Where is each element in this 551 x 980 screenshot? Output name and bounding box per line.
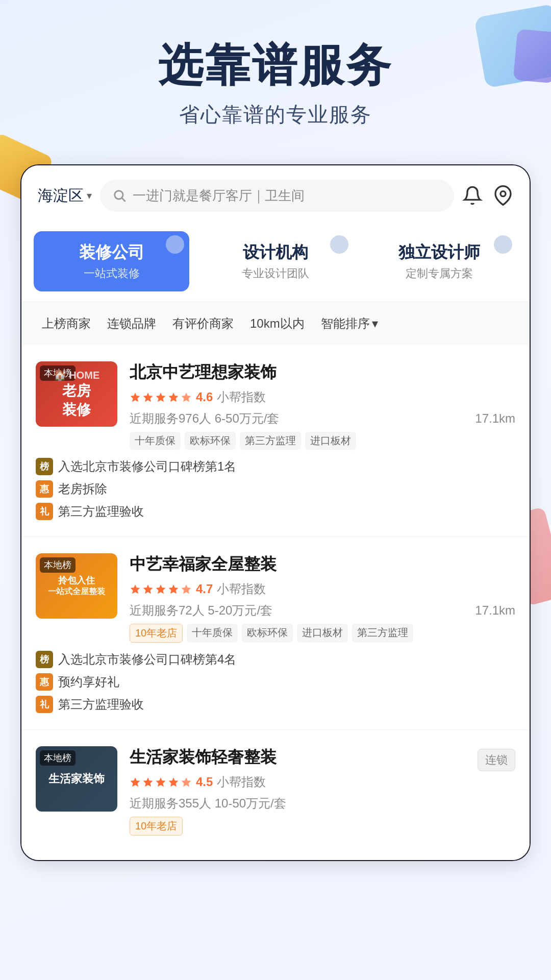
distance-2: 17.1km <box>475 603 515 618</box>
tab-designer[interactable]: 独立设计师 定制专属方案 <box>362 231 517 291</box>
hui-badge-icon: 惠 <box>36 673 53 691</box>
rating-num-3: 4.5 <box>196 775 213 789</box>
distance-1: 17.1km <box>475 411 515 426</box>
chevron-down-icon: ▾ <box>87 189 92 202</box>
thumb-badge-3: 本地榜 <box>40 750 76 766</box>
item-thumb-3: 本地榜 生活家装饰 <box>36 746 117 812</box>
rating-num-2: 4.7 <box>196 582 213 596</box>
badge-row: 礼 第三方监理验收 <box>36 503 515 520</box>
tags-row-1: 十年质保 欧标环保 第三方监理 进口板材 <box>130 432 515 450</box>
li-badge-icon: 礼 <box>36 503 53 520</box>
svg-marker-6 <box>169 393 179 402</box>
tab-avatar-3 <box>494 235 512 254</box>
svg-marker-14 <box>143 777 153 787</box>
tag: 10年老店 <box>130 624 183 643</box>
rating-label-3: 小帮指数 <box>217 774 266 790</box>
rating-label-2: 小帮指数 <box>217 581 266 597</box>
tag: 进口板材 <box>297 624 348 643</box>
filter-rated[interactable]: 有评价商家 <box>164 311 242 336</box>
filter-top-merchants[interactable]: 上榜商家 <box>34 311 99 336</box>
header-icons <box>462 185 513 206</box>
hui-badge-text: 老房拆除 <box>58 481 107 497</box>
filter-chain-brand[interactable]: 连锁品牌 <box>99 311 164 336</box>
svg-marker-17 <box>182 777 191 787</box>
search-placeholder: 一进门就是餐厅客厅｜卫生间 <box>133 187 442 205</box>
item-top-3: 本地榜 生活家装饰 生活家装饰轻奢整装 连锁 <box>36 746 515 836</box>
badge-row: 礼 第三方监理验收 <box>36 696 515 713</box>
svg-marker-15 <box>156 777 166 787</box>
item-name-1: 北京中艺理想家装饰 <box>130 361 515 384</box>
tag: 进口板材 <box>305 432 356 450</box>
rank-badge-text: 入选北京市装修公司口碑榜第4名 <box>58 651 236 668</box>
tag: 第三方监理 <box>352 624 413 643</box>
tag: 十年质保 <box>130 432 181 450</box>
badges-section-2: 榜 入选北京市装修公司口碑榜第4名 惠 预约享好礼 礼 第三方监理验收 <box>36 651 515 713</box>
hui-badge-text: 预约享好礼 <box>58 674 119 690</box>
tag: 10年老店 <box>130 817 183 836</box>
svg-marker-11 <box>169 584 179 594</box>
hero-subtitle: 省心靠谱的专业服务 <box>31 101 520 129</box>
hero-section: 选靠谱服务 省心靠谱的专业服务 <box>0 0 551 149</box>
main-card: 海淀区 ▾ 一进门就是餐厅客厅｜卫生间 装修公司 一站式装修 <box>20 164 531 861</box>
stats-text-3: 近期服务355人 10-50万元/套 <box>130 795 286 812</box>
filter-distance[interactable]: 10km以内 <box>242 311 313 336</box>
li-badge-text: 第三方监理验收 <box>58 696 144 713</box>
svg-marker-5 <box>156 393 166 402</box>
svg-marker-10 <box>156 584 166 594</box>
search-area: 海淀区 ▾ 一进门就是餐厅客厅｜卫生间 <box>21 165 530 226</box>
svg-marker-9 <box>143 584 153 594</box>
filter-sort[interactable]: 智能排序 ▾ <box>313 311 386 336</box>
profile-icon[interactable] <box>493 185 513 206</box>
li-badge-icon: 礼 <box>36 696 53 713</box>
svg-marker-16 <box>169 777 179 787</box>
search-icon <box>112 188 127 203</box>
item-name-2: 中艺幸福家全屋整装 <box>130 553 515 576</box>
notification-icon[interactable] <box>462 185 483 206</box>
item-rating-3: 4.5 小帮指数 <box>130 774 515 790</box>
svg-marker-3 <box>131 393 140 402</box>
search-box[interactable]: 一进门就是餐厅客厅｜卫生间 <box>100 180 454 212</box>
svg-marker-7 <box>182 393 191 402</box>
svg-marker-8 <box>131 584 140 594</box>
tab-sub-1: 一站式装修 <box>84 266 140 281</box>
item-stats-1: 近期服务976人 6-50万元/套 17.1km <box>130 410 515 427</box>
item-info-1: 北京中艺理想家装饰 4.6 小帮指数 近期服务976人 6 <box>130 361 515 450</box>
tag: 第三方监理 <box>240 432 301 450</box>
listing-item[interactable]: 本地榜 🏠 HOME 老房装修 北京中艺理想家装饰 <box>21 345 530 536</box>
rank-badge-icon: 榜 <box>36 458 53 475</box>
tab-sub-2: 专业设计团队 <box>242 266 309 281</box>
item-name-row-3: 生活家装饰轻奢整装 连锁 <box>130 746 515 774</box>
tag: 欧标环保 <box>185 432 236 450</box>
filter-bar: 上榜商家 连锁品牌 有评价商家 10km以内 智能排序 ▾ <box>21 302 530 345</box>
tags-row-3: 10年老店 <box>130 817 515 836</box>
tab-renovation-company[interactable]: 装修公司 一站式装修 <box>34 231 189 291</box>
listing-container: 本地榜 🏠 HOME 老房装修 北京中艺理想家装饰 <box>21 345 530 860</box>
tab-design-firm[interactable]: 设计机构 专业设计团队 <box>197 231 353 291</box>
hui-badge-icon: 惠 <box>36 480 53 498</box>
tab-label-2: 设计机构 <box>243 241 308 264</box>
tab-avatar-1 <box>166 235 184 254</box>
rank-badge-text: 入选北京市装修公司口碑榜第1名 <box>58 458 236 475</box>
location-text: 海淀区 <box>38 185 84 206</box>
tab-label-1: 装修公司 <box>79 241 144 264</box>
badge-row: 榜 入选北京市装修公司口碑榜第4名 <box>36 651 515 668</box>
rating-num-1: 4.6 <box>196 390 213 404</box>
item-top-1: 本地榜 🏠 HOME 老房装修 北京中艺理想家装饰 <box>36 361 515 450</box>
hero-title: 选靠谱服务 <box>31 41 520 90</box>
stars-3 <box>130 776 192 788</box>
item-thumb-1: 本地榜 🏠 HOME 老房装修 <box>36 361 117 427</box>
svg-point-0 <box>115 191 123 199</box>
rating-label-1: 小帮指数 <box>217 389 266 405</box>
stars-1 <box>130 391 192 403</box>
svg-marker-13 <box>131 777 140 787</box>
li-badge-text: 第三方监理验收 <box>58 503 144 520</box>
item-thumb-2: 本地榜 拎包入住 一站式全屋整装 <box>36 553 117 619</box>
location-button[interactable]: 海淀区 ▾ <box>38 185 92 206</box>
listing-item[interactable]: 本地榜 拎包入住 一站式全屋整装 中艺幸福家全屋整装 <box>21 536 530 729</box>
listing-item[interactable]: 本地榜 生活家装饰 生活家装饰轻奢整装 连锁 <box>21 729 530 860</box>
chain-badge: 连锁 <box>478 749 515 771</box>
stats-text-1: 近期服务976人 6-50万元/套 <box>130 410 279 427</box>
tab-avatar-2 <box>330 235 348 254</box>
badge-row: 惠 预约享好礼 <box>36 673 515 691</box>
tag: 十年质保 <box>187 624 238 643</box>
